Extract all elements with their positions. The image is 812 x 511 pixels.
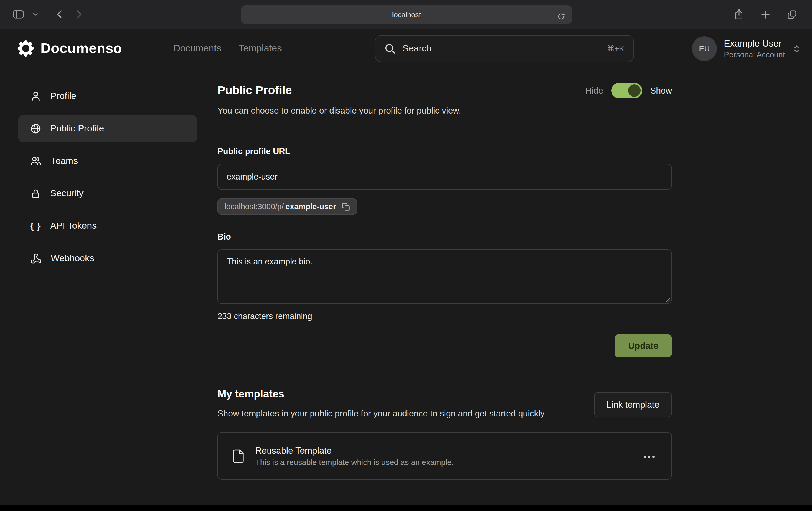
top-nav: Documents Templates — [173, 43, 282, 54]
forward-button[interactable] — [74, 7, 84, 21]
browser-window: localhost — [0, 0, 812, 511]
nav-templates[interactable]: Templates — [238, 43, 282, 54]
avatar: EU — [692, 36, 717, 61]
lock-icon — [30, 188, 41, 199]
sidebar-item-label: API Tokens — [50, 221, 96, 232]
template-description: This is a reusable template which is use… — [255, 458, 454, 467]
share-url-slug: example-user — [285, 202, 336, 211]
update-button[interactable]: Update — [614, 334, 672, 357]
plus-icon — [761, 10, 770, 19]
user-icon — [30, 91, 41, 102]
sidebar-item-label: Security — [50, 188, 84, 199]
account-type: Personal Account — [724, 50, 785, 59]
globe-icon — [30, 123, 41, 134]
address-bar-url: localhost — [392, 10, 421, 19]
chevrons-up-down-icon — [792, 44, 801, 53]
user-name: Example User — [724, 38, 785, 49]
settings-sidebar: Profile Public Profile Teams Security — [19, 83, 197, 272]
nav-documents[interactable]: Documents — [173, 43, 221, 54]
sidebar-item-public-profile[interactable]: Public Profile — [19, 115, 197, 142]
users-icon — [30, 156, 42, 167]
template-menu-button[interactable] — [640, 449, 658, 463]
copy-icon — [342, 203, 350, 211]
brand-name: Documenso — [40, 40, 122, 57]
user-menu[interactable]: EU Example User Personal Account — [692, 36, 801, 61]
link-template-button[interactable]: Link template — [594, 392, 672, 417]
template-list-item: Reusable Template This is a reusable tem… — [218, 432, 672, 480]
sidebar-item-api-tokens[interactable]: { } API Tokens — [19, 212, 197, 240]
visibility-toggle[interactable] — [611, 83, 642, 98]
browser-toolbar: localhost — [0, 0, 812, 29]
back-arrow-icon — [56, 10, 62, 19]
ellipsis-icon — [643, 455, 655, 458]
reload-icon — [557, 12, 565, 21]
webhook-icon — [30, 253, 42, 264]
copy-url-button[interactable]: localhost:3000/p/example-user — [218, 199, 357, 215]
sidebar-item-profile[interactable]: Profile — [19, 83, 197, 110]
sidebar-item-label: Public Profile — [50, 123, 104, 134]
back-button[interactable] — [54, 7, 64, 21]
url-field-label: Public profile URL — [218, 147, 672, 156]
bio-field-label: Bio — [218, 232, 672, 242]
sidebar-toggle-button[interactable] — [11, 7, 26, 21]
sidebar-item-webhooks[interactable]: Webhooks — [19, 245, 197, 272]
address-bar[interactable]: localhost — [241, 5, 572, 24]
sidebar-item-label: Webhooks — [51, 253, 94, 264]
template-name: Reusable Template — [255, 445, 454, 456]
search-shortcut: ⌘+K — [607, 44, 624, 53]
sidebar-toggle-icon — [13, 10, 24, 19]
reload-button[interactable] — [555, 10, 568, 23]
search-input[interactable] — [403, 43, 600, 54]
textarea-resize-handle[interactable] — [665, 297, 670, 302]
window-bottom-edge — [0, 505, 812, 511]
section-divider — [218, 132, 672, 132]
templates-section-subtitle: Show templates in your public profile fo… — [218, 407, 545, 420]
new-tab-button[interactable] — [759, 8, 772, 21]
profile-visibility-control: Hide Show — [585, 83, 672, 98]
page-subtitle: You can choose to enable or disable your… — [218, 106, 672, 116]
toolbar-chevron-button[interactable] — [30, 10, 40, 19]
bio-textarea[interactable]: This is an example bio. — [218, 250, 671, 303]
share-button[interactable] — [732, 6, 746, 22]
global-search[interactable]: ⌘+K — [375, 35, 634, 62]
braces-icon: { } — [30, 221, 41, 231]
sidebar-item-teams[interactable]: Teams — [19, 148, 197, 175]
page-title: Public Profile — [218, 84, 292, 97]
characters-remaining: 233 characters remaining — [218, 311, 672, 321]
toggle-knob — [628, 84, 640, 97]
sidebar-item-label: Profile — [50, 91, 76, 102]
share-url-prefix: localhost:3000/p/ — [225, 202, 284, 211]
sidebar-item-security[interactable]: Security — [19, 180, 197, 207]
chevron-down-icon — [32, 12, 38, 16]
public-profile-panel: Public Profile Hide Show You can choose … — [218, 83, 672, 480]
brand-logo[interactable]: Documenso — [17, 40, 122, 57]
templates-section-title: My templates — [218, 388, 545, 400]
page-body: Profile Public Profile Teams Security — [0, 68, 812, 480]
show-label: Show — [650, 86, 672, 95]
tab-overview-button[interactable] — [785, 7, 799, 21]
file-icon — [231, 449, 245, 463]
share-icon — [734, 9, 744, 20]
avatar-initials: EU — [699, 44, 710, 53]
sidebar-item-label: Teams — [51, 156, 78, 167]
app-header: Documenso Documents Templates ⌘+K EU Exa… — [0, 29, 812, 68]
profile-url-input[interactable] — [218, 164, 672, 190]
documenso-logo-icon — [17, 40, 34, 57]
hide-label: Hide — [585, 86, 603, 95]
tabs-icon — [787, 9, 797, 19]
bio-field-wrapper: This is an example bio. — [218, 249, 672, 304]
forward-arrow-icon — [76, 10, 82, 19]
search-icon — [385, 43, 396, 54]
